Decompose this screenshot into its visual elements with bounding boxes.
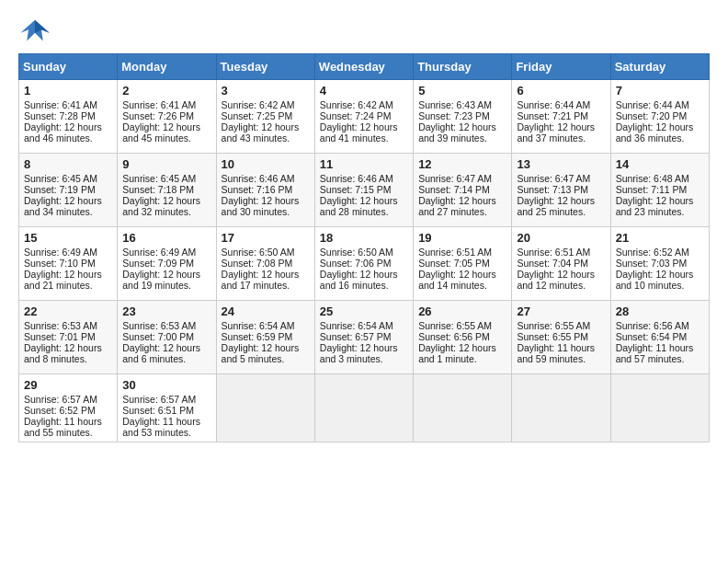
daylight-text: Daylight: 12 hours and 25 minutes. <box>517 195 605 217</box>
sunset-text: Sunset: 7:26 PM <box>122 110 210 121</box>
day-number: 6 <box>517 84 605 98</box>
daylight-text: Daylight: 12 hours and 19 minutes. <box>122 269 210 291</box>
daylight-text: Daylight: 12 hours and 37 minutes. <box>517 121 605 144</box>
daylight-text: Daylight: 12 hours and 36 minutes. <box>616 121 704 144</box>
day-number: 20 <box>517 231 605 245</box>
calendar-cell: 26Sunrise: 6:55 AMSunset: 6:56 PMDayligh… <box>414 301 512 374</box>
daylight-text: Daylight: 12 hours and 43 minutes. <box>222 121 310 144</box>
day-number: 29 <box>24 378 112 392</box>
day-header-sunday: Sunday <box>19 54 118 80</box>
sunrise-text: Sunrise: 6:48 AM <box>616 173 704 184</box>
sunset-text: Sunset: 7:03 PM <box>616 258 704 269</box>
daylight-text: Daylight: 12 hours and 46 minutes. <box>24 121 112 144</box>
daylight-text: Daylight: 12 hours and 41 minutes. <box>320 121 408 144</box>
sunset-text: Sunset: 7:16 PM <box>222 184 310 195</box>
calendar-cell: 13Sunrise: 6:47 AMSunset: 7:13 PMDayligh… <box>512 154 610 227</box>
day-number: 3 <box>222 84 310 98</box>
sunrise-text: Sunrise: 6:45 AM <box>122 173 210 184</box>
calendar-cell: 28Sunrise: 6:56 AMSunset: 6:54 PMDayligh… <box>610 301 709 374</box>
calendar-cell: 15Sunrise: 6:49 AMSunset: 7:10 PMDayligh… <box>19 227 118 301</box>
sunrise-text: Sunrise: 6:55 AM <box>418 320 506 331</box>
daylight-text: Daylight: 12 hours and 16 minutes. <box>320 269 408 291</box>
day-header-wednesday: Wednesday <box>314 54 413 80</box>
sunset-text: Sunset: 7:08 PM <box>222 258 310 269</box>
calendar-cell: 7Sunrise: 6:44 AMSunset: 7:20 PMDaylight… <box>610 80 709 154</box>
day-number: 7 <box>616 84 704 98</box>
calendar-cell: 18Sunrise: 6:50 AMSunset: 7:06 PMDayligh… <box>314 227 413 301</box>
sunset-text: Sunset: 7:09 PM <box>122 258 210 269</box>
sunset-text: Sunset: 7:18 PM <box>122 184 210 195</box>
sunset-text: Sunset: 7:10 PM <box>24 258 112 269</box>
sunset-text: Sunset: 7:23 PM <box>418 110 506 121</box>
daylight-text: Daylight: 12 hours and 45 minutes. <box>122 121 210 144</box>
sunset-text: Sunset: 6:55 PM <box>517 331 605 342</box>
sunrise-text: Sunrise: 6:46 AM <box>320 173 408 184</box>
sunrise-text: Sunrise: 6:54 AM <box>320 320 408 331</box>
sunrise-text: Sunrise: 6:49 AM <box>24 247 112 258</box>
calendar-cell: 14Sunrise: 6:48 AMSunset: 7:11 PMDayligh… <box>610 154 709 227</box>
calendar-cell: 24Sunrise: 6:54 AMSunset: 6:59 PMDayligh… <box>216 301 314 374</box>
sunset-text: Sunset: 7:01 PM <box>24 331 112 342</box>
calendar-cell: 2Sunrise: 6:41 AMSunset: 7:26 PMDaylight… <box>118 80 216 154</box>
sunset-text: Sunset: 7:24 PM <box>320 110 408 121</box>
sunrise-text: Sunrise: 6:51 AM <box>517 247 605 258</box>
calendar-table: SundayMondayTuesdayWednesdayThursdayFrid… <box>18 53 710 442</box>
day-number: 1 <box>24 84 112 98</box>
daylight-text: Daylight: 12 hours and 10 minutes. <box>616 269 704 291</box>
calendar-cell: 11Sunrise: 6:46 AMSunset: 7:15 PMDayligh… <box>314 154 413 227</box>
day-number: 24 <box>222 304 310 318</box>
sunrise-text: Sunrise: 6:53 AM <box>24 320 112 331</box>
sunset-text: Sunset: 7:19 PM <box>24 184 112 195</box>
day-number: 12 <box>418 157 506 171</box>
daylight-text: Daylight: 12 hours and 5 minutes. <box>222 342 310 364</box>
calendar-cell: 10Sunrise: 6:46 AMSunset: 7:16 PMDayligh… <box>216 154 314 227</box>
day-header-saturday: Saturday <box>610 54 709 80</box>
calendar-week-4: 22Sunrise: 6:53 AMSunset: 7:01 PMDayligh… <box>19 301 710 374</box>
day-number: 27 <box>517 304 605 318</box>
sunrise-text: Sunrise: 6:42 AM <box>222 99 310 110</box>
sunset-text: Sunset: 6:57 PM <box>320 331 408 342</box>
daylight-text: Daylight: 12 hours and 27 minutes. <box>418 195 506 217</box>
calendar-cell: 29Sunrise: 6:57 AMSunset: 6:52 PMDayligh… <box>19 374 118 442</box>
sunrise-text: Sunrise: 6:57 AM <box>122 394 210 405</box>
day-header-monday: Monday <box>118 54 216 80</box>
sunset-text: Sunset: 7:00 PM <box>122 331 210 342</box>
day-number: 17 <box>222 231 310 245</box>
day-number: 22 <box>24 304 112 318</box>
calendar-cell: 17Sunrise: 6:50 AMSunset: 7:08 PMDayligh… <box>216 227 314 301</box>
day-number: 28 <box>616 304 704 318</box>
daylight-text: Daylight: 12 hours and 17 minutes. <box>222 269 310 291</box>
day-number: 2 <box>122 84 210 98</box>
calendar-cell: 21Sunrise: 6:52 AMSunset: 7:03 PMDayligh… <box>610 227 709 301</box>
sunset-text: Sunset: 7:21 PM <box>517 110 605 121</box>
calendar-cell: 5Sunrise: 6:43 AMSunset: 7:23 PMDaylight… <box>414 80 512 154</box>
calendar-cell: 9Sunrise: 6:45 AMSunset: 7:18 PMDaylight… <box>118 154 216 227</box>
daylight-text: Daylight: 11 hours and 53 minutes. <box>122 416 210 438</box>
logo <box>18 18 55 44</box>
sunrise-text: Sunrise: 6:42 AM <box>320 99 408 110</box>
sunrise-text: Sunrise: 6:50 AM <box>320 247 408 258</box>
day-header-thursday: Thursday <box>414 54 512 80</box>
day-number: 8 <box>24 157 112 171</box>
calendar-cell: 12Sunrise: 6:47 AMSunset: 7:14 PMDayligh… <box>414 154 512 227</box>
sunset-text: Sunset: 7:05 PM <box>418 258 506 269</box>
sunset-text: Sunset: 7:15 PM <box>320 184 408 195</box>
day-number: 18 <box>320 231 408 245</box>
calendar-cell: 8Sunrise: 6:45 AMSunset: 7:19 PMDaylight… <box>19 154 118 227</box>
calendar-cell: 3Sunrise: 6:42 AMSunset: 7:25 PMDaylight… <box>216 80 314 154</box>
sunrise-text: Sunrise: 6:51 AM <box>418 247 506 258</box>
daylight-text: Daylight: 12 hours and 8 minutes. <box>24 342 112 364</box>
day-number: 10 <box>222 157 310 171</box>
calendar-cell: 6Sunrise: 6:44 AMSunset: 7:21 PMDaylight… <box>512 80 610 154</box>
calendar-cell: 16Sunrise: 6:49 AMSunset: 7:09 PMDayligh… <box>118 227 216 301</box>
daylight-text: Daylight: 12 hours and 3 minutes. <box>320 342 408 364</box>
daylight-text: Daylight: 12 hours and 14 minutes. <box>418 269 506 291</box>
day-number: 13 <box>517 157 605 171</box>
daylight-text: Daylight: 11 hours and 59 minutes. <box>517 342 605 364</box>
sunrise-text: Sunrise: 6:52 AM <box>616 247 704 258</box>
sunrise-text: Sunrise: 6:53 AM <box>122 320 210 331</box>
sunrise-text: Sunrise: 6:47 AM <box>517 173 605 184</box>
sunrise-text: Sunrise: 6:41 AM <box>24 99 112 110</box>
daylight-text: Daylight: 11 hours and 55 minutes. <box>24 416 112 438</box>
sunrise-text: Sunrise: 6:57 AM <box>24 394 112 405</box>
